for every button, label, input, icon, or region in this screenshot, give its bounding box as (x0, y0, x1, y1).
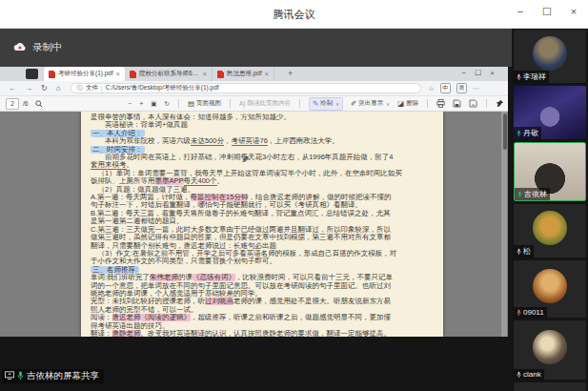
favorites-star-icon[interactable]: ☆ (429, 85, 435, 93)
text-segment: （1）单词： (91, 170, 137, 177)
browser-tab-3[interactable]: 民法思维.pdf× (213, 67, 274, 81)
browser-close-icon[interactable]: × (490, 69, 495, 77)
search-icon[interactable] (35, 100, 43, 108)
erase-button[interactable]: ◪ 擦除 (397, 99, 418, 108)
zoom-in-icon[interactable]: + (139, 100, 143, 107)
back-icon[interactable]: ← (9, 84, 16, 93)
save-as-icon[interactable] (469, 99, 477, 108)
refresh-icon[interactable]: ↻ (41, 84, 48, 93)
text-segment: 得考研英语出题的技巧。 (91, 322, 170, 330)
browser-minimize-icon[interactable]: − (461, 69, 466, 77)
participant-name: 李瑞祥 (523, 72, 546, 82)
read-aloud-button[interactable]: A) 朗读此页面内容 (239, 99, 291, 108)
highlight-button[interactable]: ✐ 突出显示 ∨ (351, 99, 390, 108)
doc-line: 熙人老师的完型不错，可以一试。 (91, 306, 434, 314)
mic-icon (517, 73, 521, 81)
workspace-icon[interactable] (26, 69, 38, 79)
red-underline-text: 花3小时左右 (255, 154, 295, 161)
share-label: 吉依林的屏幕共享 (27, 370, 99, 382)
draw-dropdown-icon[interactable]: ∨ (335, 101, 339, 107)
address-url: C:/Users/青/Desktop/考研经验分享(1).pdf (106, 84, 219, 93)
pdf-scrollbar-thumb[interactable] (503, 113, 507, 150)
participant-name: 吉依林 (524, 189, 547, 199)
participant-tile-李瑞祥[interactable]: 李瑞祥 (514, 30, 586, 83)
simplified-extension-icon[interactable]: 简 (456, 83, 467, 93)
participant-namebar: 09011 (514, 307, 547, 318)
text-segment: 完型：未找到比较好的授课老师，听 (91, 298, 205, 305)
browser-navbar: ← → ↻ ⌂ ⓘ 文件 | C:/Users/青/Desktop/考研经验分享… (0, 81, 508, 96)
avatar (533, 211, 567, 245)
recording-indicator: 录制中 (13, 41, 63, 54)
text-segment: ，此时大多数文章由于已经做过两遍并且翻译过，所以印象较深，所以 (170, 226, 392, 234)
new-tab-button[interactable]: + (288, 69, 293, 78)
heading-highlight: 三、名师推荐: (91, 266, 139, 274)
page-number-input[interactable]: 2 (6, 98, 19, 110)
participant-tile-09011[interactable]: 09011 (514, 260, 586, 318)
mic-icon (517, 371, 521, 379)
page-view-button[interactable]: ▤ 页面视图 (188, 99, 221, 108)
avatar (533, 330, 567, 364)
tab-close-icon[interactable]: × (116, 71, 120, 77)
zoom-out-icon[interactable]: − (129, 100, 132, 107)
text-segment: ，结合唐迟老师的讲解，做的时候把读不懂的 (248, 194, 391, 201)
pink-highlight: 唐静老师 (112, 330, 141, 337)
stage-top-strip (0, 29, 512, 67)
text-segment: ，我每天早上开始这背单词读写半个小时，此外，在空余时间比如买 (188, 170, 402, 177)
info-icon[interactable]: ⓘ (77, 84, 84, 93)
text-segment: ，上岸西南政法大学。 (268, 137, 339, 145)
text-segment: 老师的课，感觉用处不是很大。听朋友说新东方易 (233, 298, 391, 305)
pdf-content-area[interactable]: 是很辛苦的事情，本人深有体会：知道得越多，方知所知越少。 英语秘诀：背单词+做真… (0, 112, 508, 337)
highlight-dropdown-icon[interactable]: ∨ (386, 101, 390, 107)
close-icon[interactable]: × (567, 6, 580, 18)
rotate-icon[interactable]: ↻ (164, 100, 169, 108)
heading-highlight: 二、时间安排： (91, 146, 145, 154)
participant-tile-clank[interactable]: clank (514, 320, 586, 380)
forward-icon[interactable]: → (25, 84, 32, 93)
doc-line: 阅读：唐迟老师《阅读的逻辑》，超级推荐，听课之前和听课之后，做题感觉明显不同，更… (91, 314, 434, 321)
participant-name: clank (523, 370, 541, 379)
red-underline-text: 每天400个 (184, 177, 217, 185)
text-segment: 英语秘诀：背单词+做真题 (91, 121, 188, 129)
pink-highlight: 《阅读的逻辑》 (141, 314, 192, 321)
translate-extension-icon[interactable]: 中 (440, 83, 451, 93)
participants-sidebar[interactable]: 李瑞祥丹敬吉依林松09011clank (512, 29, 588, 391)
browser-tab-1[interactable]: 考研经验分享(1).pdf× (44, 67, 125, 81)
print-icon[interactable] (436, 99, 445, 108)
text-segment: 前期多花时间在英语上，打好基础，冲刺期每天 (91, 154, 255, 161)
doc-line: 完型：未找到比较好的授课老师，听过刘晓燕老师的课，感觉用处不是很大。听朋友说新东… (91, 298, 434, 305)
tab-close-icon[interactable]: × (203, 71, 207, 77)
browser-nav-right-icons: ☆ 中 简 ⋯ (429, 83, 479, 93)
page-total-label: /6 (23, 100, 28, 107)
participant-tile-partial[interactable] (514, 382, 586, 391)
participant-tile-丹敬[interactable]: 丹敬 (514, 86, 586, 139)
fit-page-icon[interactable]: ▣ (151, 100, 156, 108)
draw-button[interactable]: ✎ 绘制 ∨ (309, 97, 343, 111)
more-menu-icon[interactable]: ⋯ (473, 85, 479, 93)
participant-tile-松[interactable]: 松 (514, 204, 586, 257)
text-segment: ， (224, 137, 232, 145)
pin-toolbar-icon[interactable] (496, 99, 504, 108)
text-segment: 做第三遍时，虽然记得有些题目的答案，但是仍要在文章中找到根据，第三遍不用对所有文… (91, 234, 391, 241)
titlebar: 腾讯会议 − ☐ × (0, 0, 588, 29)
maximize-icon[interactable]: ☐ (540, 6, 554, 18)
doc-line: 词的一个意思，把单词放在不同的句子里面记意思。可以放在考研阅读的句子里面记。也听… (91, 282, 434, 290)
home-icon[interactable]: ⌂ (56, 84, 61, 93)
screen-share-badge: 吉依林的屏幕共享 (2, 369, 104, 383)
browser-maximize-icon[interactable]: ☐ (475, 69, 481, 77)
minimize-icon[interactable]: − (514, 6, 527, 18)
red-underline-text: 未达500分 (191, 137, 224, 145)
browser-tabstrip: 考研经验分享(1).pdf×院校分析联系导师6.pdf×民法思维.pdf× + … (0, 67, 508, 81)
doc-line: 前期多花时间在英语上，打好基础，冲刺期每天花3小时左右，从1996年真题开始做，… (91, 154, 434, 161)
save-icon[interactable] (453, 99, 461, 108)
red-underline-text: 从1996年真题开始做 (302, 154, 368, 161)
tab-close-icon[interactable]: × (265, 71, 269, 77)
participant-tile-吉依林[interactable]: 吉依林 (514, 142, 586, 201)
pdf-toolbar: 2 /6 − + ▣ ↻ ▤ 页面视图 A) 朗读此页面内容 (0, 96, 508, 112)
tab-title: 民法思维.pdf (227, 70, 262, 78)
doc-line: 句子标注一下，对错后着重翻译，哪怕句子能硬翻就行，可以买《考研真相》看翻译。 (91, 201, 434, 209)
text-segment: ，着重每天将所做卷子的长难句翻译，背记重点词汇，总结错误之处，尤其 (154, 210, 391, 217)
address-bar[interactable]: ⓘ 文件 | C:/Users/青/Desktop/考研经验分享(1).pdf (71, 83, 421, 93)
participant-namebar: 松 (514, 245, 534, 257)
mic-icon (517, 130, 521, 137)
browser-tab-2[interactable]: 院校分析联系导师6.pdf× (125, 67, 213, 81)
